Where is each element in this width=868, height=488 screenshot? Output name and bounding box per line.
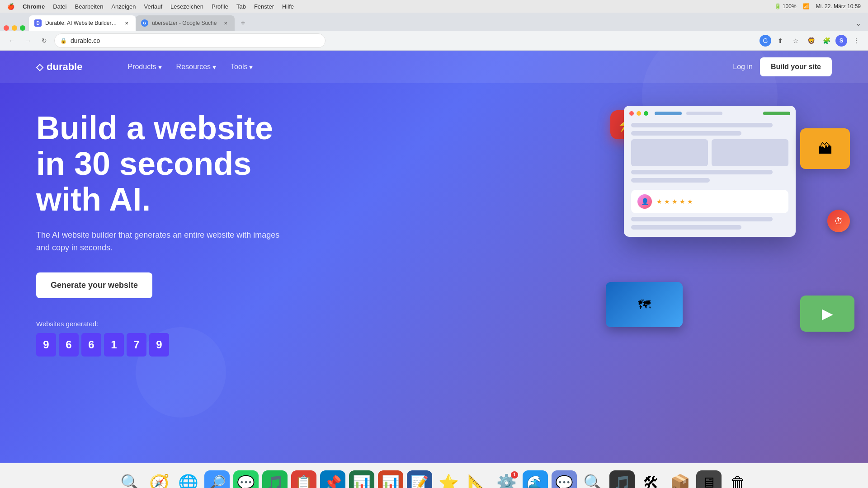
dock-sysprefs[interactable]: ⚙️ 1 bbox=[494, 470, 519, 488]
generate-website-button[interactable]: Generate your website bbox=[36, 272, 152, 298]
mock-line-6 bbox=[631, 225, 741, 230]
websites-generated: Websites generated: 9 6 6 1 7 9 bbox=[36, 320, 289, 357]
menu-chrome[interactable]: Chrome bbox=[23, 3, 45, 10]
login-button[interactable]: Log in bbox=[733, 63, 753, 71]
mock-review-avatar: 👤 bbox=[637, 194, 652, 209]
dock-whatsapp[interactable]: 💬 bbox=[233, 470, 259, 488]
share-button[interactable]: ⬆ bbox=[774, 34, 787, 47]
image-card: 🏔 bbox=[800, 128, 850, 169]
dock-archive[interactable]: 📦 bbox=[667, 470, 693, 488]
fullscreen-window-button[interactable] bbox=[20, 25, 25, 31]
mock-line-3 bbox=[631, 170, 773, 174]
digit-3: 6 bbox=[81, 333, 101, 357]
site-logo[interactable]: ◇ durable bbox=[36, 61, 82, 73]
dock-chrome[interactable]: 🌐 bbox=[175, 470, 201, 488]
back-button[interactable]: ← bbox=[5, 34, 18, 47]
tab-durable[interactable]: D Durable: AI Website Builder a... ✕ bbox=[29, 15, 136, 31]
dock-word[interactable]: 📝 bbox=[407, 470, 432, 488]
more-options-button[interactable]: ⋮ bbox=[850, 34, 863, 47]
menu-hilfe[interactable]: Hilfe bbox=[282, 3, 294, 10]
extension-brave[interactable]: 🦁 bbox=[805, 34, 817, 47]
mock-review-card: 👤 ★ ★ ★ ★ ★ bbox=[631, 190, 788, 213]
hero-title: Build a website in 30 seconds with AI. bbox=[36, 110, 289, 218]
dock-proxyman[interactable]: 🔍 bbox=[580, 470, 606, 488]
menu-verlauf[interactable]: Verlauf bbox=[144, 3, 162, 10]
nav-resources[interactable]: Resources ▾ bbox=[176, 63, 216, 71]
close-window-button[interactable] bbox=[4, 25, 9, 31]
menu-bearbeiten[interactable]: Bearbeiten bbox=[75, 3, 103, 10]
minimize-window-button[interactable] bbox=[12, 25, 17, 31]
google-account-icon[interactable]: G bbox=[760, 35, 771, 47]
mock-dot-red bbox=[629, 111, 634, 116]
map-card: 🗺 bbox=[606, 282, 683, 327]
dock-excel[interactable]: 📊 bbox=[349, 470, 374, 488]
resources-chevron-icon: ▾ bbox=[212, 63, 216, 71]
bookmark-button[interactable]: ☆ bbox=[789, 34, 802, 47]
build-site-button[interactable]: Build your site bbox=[760, 57, 832, 76]
counter-digits: 9 6 6 1 7 9 bbox=[36, 333, 289, 357]
datetime: Mi. 22. März 10:59 bbox=[816, 3, 861, 9]
mock-stars: ★ ★ ★ ★ ★ bbox=[656, 198, 693, 205]
tab-title-durable: Durable: AI Website Builder a... bbox=[45, 20, 118, 26]
logo-icon: ◇ bbox=[36, 61, 43, 72]
digit-1: 9 bbox=[36, 333, 56, 357]
digit-4: 1 bbox=[104, 333, 124, 357]
reload-button[interactable]: ↻ bbox=[38, 34, 51, 47]
battery-icon: 🔋 100% bbox=[774, 3, 797, 9]
websites-generated-label: Websites generated: bbox=[36, 320, 289, 328]
nav-links: Products ▾ Resources ▾ Tools ▾ bbox=[127, 63, 253, 71]
dock-reeder[interactable]: ⭐ bbox=[436, 470, 461, 488]
dock-airdrop[interactable]: 🛠 bbox=[638, 470, 664, 488]
dock-todoist[interactable]: 📋 bbox=[291, 470, 316, 488]
apple-menu-icon[interactable]: 🍎 bbox=[7, 3, 14, 10]
mock-dot-yellow bbox=[637, 111, 641, 116]
address-bar[interactable]: 🔒 durable.co bbox=[54, 33, 326, 48]
dock-safari[interactable]: 🧭 bbox=[146, 470, 172, 488]
dock-googledrive[interactable]: 📐 bbox=[465, 470, 490, 488]
mock-dot-green bbox=[644, 111, 648, 116]
tab-google[interactable]: G übersetzer - Google Suche ✕ bbox=[136, 15, 235, 31]
address-bar-row: ← → ↻ 🔒 durable.co G ⬆ ☆ 🦁 🧩 S ⋮ bbox=[0, 31, 868, 51]
tab-bar: D Durable: AI Website Builder a... ✕ G ü… bbox=[0, 13, 868, 31]
macos-menus: 🍎 Chrome Datei Bearbeiten Anzeigen Verla… bbox=[7, 3, 294, 10]
digit-6: 9 bbox=[149, 333, 169, 357]
menu-lesezeichen[interactable]: Lesezeichen bbox=[170, 3, 203, 10]
tab-close-google[interactable]: ✕ bbox=[222, 19, 229, 27]
browser-action-buttons: G ⬆ ☆ 🦁 🧩 S ⋮ bbox=[760, 34, 863, 47]
dock-aqua[interactable]: 🌊 bbox=[523, 470, 548, 488]
tab-close-durable[interactable]: ✕ bbox=[123, 19, 130, 27]
dock-finder[interactable]: 🔍 bbox=[118, 470, 143, 488]
dock-trello[interactable]: 📌 bbox=[320, 470, 345, 488]
menu-fenster[interactable]: Fenster bbox=[254, 3, 274, 10]
menu-tab[interactable]: Tab bbox=[236, 3, 246, 10]
dock-zoom[interactable]: 🔎 bbox=[204, 470, 230, 488]
extension-other[interactable]: 🧩 bbox=[820, 34, 833, 47]
wifi-icon: 📶 bbox=[803, 3, 810, 9]
dock-powerpoint[interactable]: 📊 bbox=[378, 470, 403, 488]
profile-button[interactable]: S bbox=[835, 35, 847, 47]
nav-tools[interactable]: Tools ▾ bbox=[231, 63, 253, 71]
macos-status-items: 🔋 100% 📶 Mi. 22. März 10:59 bbox=[774, 3, 861, 9]
tab-overflow-button[interactable]: ⌄ bbox=[852, 17, 864, 29]
menu-datei[interactable]: Datei bbox=[53, 3, 66, 10]
forward-button[interactable]: → bbox=[22, 34, 34, 47]
dock-trash[interactable]: 🗑 bbox=[725, 470, 750, 488]
menu-anzeigen[interactable]: Anzeigen bbox=[111, 3, 136, 10]
dock-discord[interactable]: 💬 bbox=[552, 470, 577, 488]
nav-products[interactable]: Products ▾ bbox=[127, 63, 161, 71]
new-tab-button[interactable]: + bbox=[236, 17, 249, 29]
hero-subtitle: The AI website builder that generates an… bbox=[36, 229, 289, 255]
dock: 🔍 🧭 🌐 🔎 💬 🎵 📋 📌 📊 📊 📝 ⭐ 📐 ⚙️ 1 🌊 💬 🔍 🎵 🛠… bbox=[0, 463, 868, 488]
mock-block-1 bbox=[631, 139, 708, 166]
mock-line-5 bbox=[631, 217, 773, 221]
hero-illustration: ⚡ bbox=[615, 92, 841, 354]
mock-block-2 bbox=[712, 139, 788, 166]
tab-title-google: übersetzer - Google Suche bbox=[152, 20, 217, 26]
mock-bar-gray bbox=[686, 112, 722, 115]
dock-soundwaves[interactable]: 🎵 bbox=[609, 470, 635, 488]
hero-content: Build a website in 30 seconds with AI. T… bbox=[36, 110, 289, 357]
traffic-lights bbox=[4, 25, 25, 31]
dock-controlcenter[interactable]: 🖥 bbox=[696, 470, 722, 488]
dock-spotify[interactable]: 🎵 bbox=[262, 470, 288, 488]
menu-profile[interactable]: Profile bbox=[212, 3, 228, 10]
